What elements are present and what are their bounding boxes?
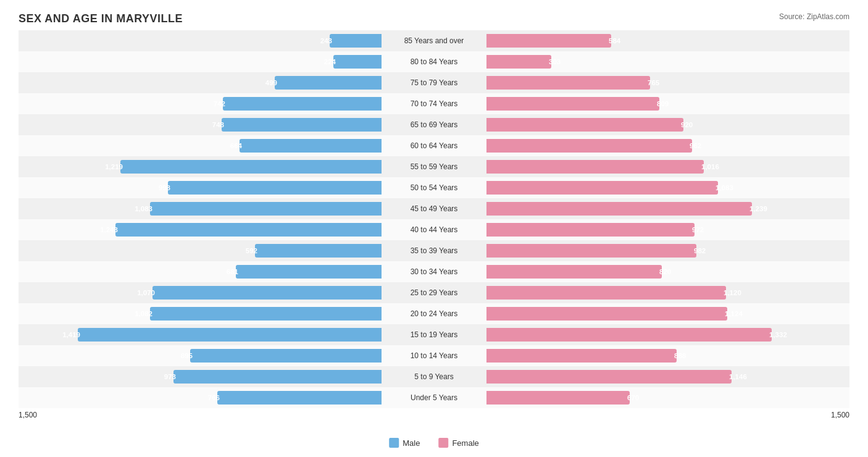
- female-bar: [486, 328, 772, 342]
- age-label: 70 to 74 Years: [382, 93, 486, 114]
- bar-row: 75 to 79 Years499765: [19, 72, 849, 93]
- male-bar: [115, 223, 382, 237]
- male-bar: [333, 55, 382, 69]
- bar-row: 20 to 24 Years1,0821,124: [19, 303, 849, 324]
- age-label: 80 to 84 Years: [382, 51, 486, 72]
- bar-row: 5 to 9 Years9731,146: [19, 366, 849, 387]
- age-label: 40 to 44 Years: [382, 219, 486, 240]
- bar-row: Under 5 Years766670: [19, 387, 849, 408]
- bar-row: 50 to 54 Years9981,083: [19, 177, 849, 198]
- male-value: 224: [324, 58, 336, 65]
- female-value: 1,239: [749, 205, 767, 212]
- bar-row: 35 to 39 Years592982: [19, 240, 849, 261]
- male-value: 998: [159, 184, 170, 191]
- male-value: 973: [164, 373, 176, 380]
- male-bar: [222, 118, 382, 132]
- female-value: 584: [609, 37, 620, 44]
- bar-row: 30 to 34 Years681820: [19, 261, 849, 282]
- male-value: 1,243: [100, 226, 118, 233]
- female-bar: [486, 34, 611, 48]
- female-value: 1,120: [724, 289, 741, 296]
- age-label: 60 to 64 Years: [382, 135, 486, 156]
- age-label: 20 to 24 Years: [382, 303, 486, 324]
- male-value: 748: [212, 121, 224, 128]
- age-label: 55 to 59 Years: [382, 156, 486, 177]
- female-value: 303: [549, 58, 561, 65]
- male-value: 742: [214, 100, 225, 107]
- age-label: 15 to 19 Years: [382, 324, 486, 345]
- male-bar: [330, 34, 382, 48]
- source-text: Source: ZipAtlas.com: [779, 12, 849, 21]
- male-bar: [223, 97, 382, 111]
- male-value: 664: [230, 142, 242, 149]
- bar-row: 80 to 84 Years224303: [19, 51, 849, 72]
- female-value: 972: [692, 226, 704, 233]
- age-label: 50 to 54 Years: [382, 177, 486, 198]
- female-value: 1,146: [729, 373, 747, 380]
- male-value: 499: [265, 79, 277, 86]
- bar-row: 60 to 64 Years664962: [19, 135, 849, 156]
- female-value: 765: [648, 79, 659, 86]
- female-bar: [486, 223, 695, 237]
- legend-female: Female: [438, 438, 478, 448]
- male-bar: [190, 349, 382, 363]
- male-bar: [240, 139, 382, 153]
- age-label: 30 to 34 Years: [382, 261, 486, 282]
- male-bar: [120, 160, 382, 174]
- female-value: 888: [674, 352, 686, 359]
- bar-row: 10 to 14 Years895888: [19, 345, 849, 366]
- bar-row: 25 to 29 Years1,0701,120: [19, 282, 849, 303]
- bar-row: 65 to 69 Years748920: [19, 114, 849, 135]
- female-value: 982: [694, 247, 706, 254]
- male-bar: [255, 244, 382, 258]
- bar-row: 85 Years and over243584: [19, 30, 849, 51]
- male-value: 681: [227, 268, 238, 275]
- age-label: 45 to 49 Years: [382, 198, 486, 219]
- female-bar: [486, 55, 551, 69]
- bar-row: 15 to 19 Years1,4191,332: [19, 324, 849, 345]
- male-value: 1,070: [137, 289, 155, 296]
- chart-area: 85 Years and over24358480 to 84 Years224…: [19, 30, 849, 408]
- male-bar: [152, 286, 382, 300]
- bar-row: 55 to 59 Years1,2191,016: [19, 156, 849, 177]
- age-label: 75 to 79 Years: [382, 72, 486, 93]
- female-value: 920: [681, 121, 693, 128]
- bar-row: 70 to 74 Years742809: [19, 93, 849, 114]
- age-label: 25 to 29 Years: [382, 282, 486, 303]
- legend-female-box: [438, 438, 448, 448]
- female-bar: [486, 160, 704, 174]
- female-bar: [486, 307, 727, 321]
- female-bar: [486, 265, 662, 279]
- legend-female-label: Female: [452, 438, 478, 448]
- male-bar: [173, 370, 382, 384]
- axis-labels: 1,500 1,500: [19, 411, 849, 419]
- female-bar: [486, 202, 752, 216]
- male-bar: [275, 76, 382, 90]
- age-label: 35 to 39 Years: [382, 240, 486, 261]
- chart-container: SEX AND AGE IN MARYVILLE Source: ZipAtla…: [0, 0, 868, 457]
- female-bar: [486, 97, 659, 111]
- axis-right: 1,500: [831, 411, 849, 419]
- female-bar: [486, 181, 718, 195]
- female-value: 820: [659, 268, 671, 275]
- female-value: 1,332: [769, 331, 787, 338]
- female-bar: [486, 349, 677, 363]
- male-bar: [168, 181, 382, 195]
- male-bar: [150, 307, 382, 321]
- male-value: 766: [208, 394, 220, 401]
- bar-row: 40 to 44 Years1,243972: [19, 219, 849, 240]
- male-value: 243: [320, 37, 332, 44]
- male-bar: [150, 202, 382, 216]
- male-value: 592: [246, 247, 257, 254]
- age-label: 10 to 14 Years: [382, 345, 486, 366]
- male-bar: [78, 328, 382, 342]
- female-bar: [486, 391, 630, 405]
- axis-left: 1,500: [19, 411, 37, 419]
- female-bar: [486, 370, 732, 384]
- female-value: 962: [690, 142, 701, 149]
- female-bar: [486, 244, 696, 258]
- age-label: 85 Years and over: [382, 30, 486, 51]
- male-bar: [236, 265, 382, 279]
- male-value: 1,219: [105, 163, 123, 170]
- male-value: 1,083: [135, 205, 152, 212]
